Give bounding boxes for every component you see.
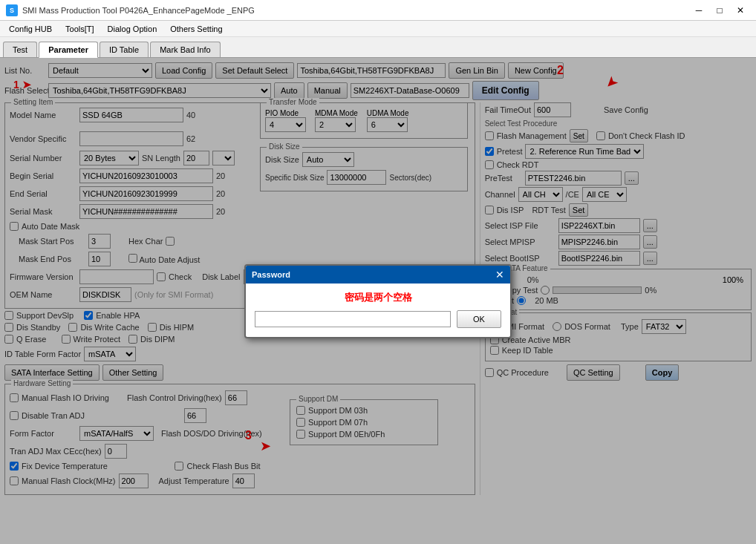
window-controls: ─ □ ✕: [689, 3, 750, 18]
dialog-title-bar: Password ✕: [246, 266, 510, 284]
dialog-hint: 密码是两个空格: [255, 291, 501, 304]
tab-parameter[interactable]: Parameter: [39, 42, 98, 58]
tab-test[interactable]: Test: [3, 42, 37, 57]
minimize-button[interactable]: ─: [689, 3, 708, 18]
close-button[interactable]: ✕: [731, 3, 750, 18]
dialog-title-text: Password: [252, 270, 290, 279]
maximize-button[interactable]: □: [710, 3, 729, 18]
app-icon: S: [6, 4, 18, 16]
password-input[interactable]: [255, 311, 451, 327]
title-bar-left: S SMI Mass Production Tool P0426A_Enhanc…: [6, 4, 255, 16]
dialog-close-button[interactable]: ✕: [495, 269, 504, 281]
menu-others-setting[interactable]: Others Setting: [164, 23, 228, 35]
main-content: 1 ➤ 2 ➤ List No. Default Load Config Set…: [0, 58, 756, 544]
title-bar: S SMI Mass Production Tool P0426A_Enhanc…: [0, 0, 756, 21]
tab-id-table[interactable]: ID Table: [100, 42, 149, 57]
tab-mark-bad-info[interactable]: Mark Bad Info: [150, 42, 220, 57]
dialog-ok-button[interactable]: OK: [457, 310, 501, 328]
dialog-input-row: OK: [255, 310, 501, 328]
app-title: SMI Mass Production Tool P0426A_EnhanceP…: [22, 6, 255, 15]
password-dialog: Password ✕ 密码是两个空格 OK: [244, 264, 512, 338]
dialog-overlay: Password ✕ 密码是两个空格 OK: [0, 58, 756, 544]
menu-config-hub[interactable]: Config HUB: [3, 23, 58, 35]
menu-bar: Config HUB Tools[T] Dialog Option Others…: [0, 21, 756, 37]
tab-bar: Test Parameter ID Table Mark Bad Info: [0, 37, 756, 58]
menu-tools[interactable]: Tools[T]: [59, 23, 100, 35]
menu-dialog-option[interactable]: Dialog Option: [102, 23, 163, 35]
